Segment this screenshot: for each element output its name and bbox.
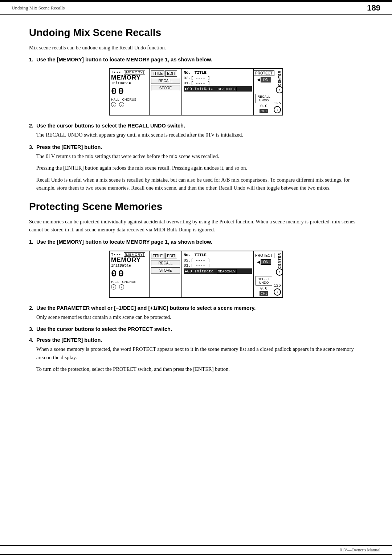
store-btn: STORE: [151, 85, 180, 91]
page-footer: 01V—Owner's Manual: [0, 545, 392, 555]
display2-mid-panel: TITLE EDIT RECALL STORE: [150, 251, 182, 297]
center-label-2: CENTER: [278, 253, 281, 268]
section2-title: Protecting Scene Memories: [29, 201, 363, 212]
center-label: CENTER: [278, 70, 281, 86]
display-header-row: No. TITLE: [184, 70, 252, 75]
chorus-knob-2: ⊖: [119, 284, 124, 289]
section1-title: Undoing Mix Scene Recalls: [29, 27, 363, 39]
display2-main-area: No. TITLE 02.[ ---- ] 01.[ ---- ] ▶00.In…: [182, 251, 253, 297]
lcd-display-2: T▪▪▪ [MEMORY] MEMORY InitData■ 00 HALL C…: [109, 251, 283, 298]
center-knob-bottom: ↓: [274, 106, 281, 113]
display-memory-label: MEMORY: [111, 74, 147, 81]
section1-intro: Mix scene recalls can be undone using th…: [29, 44, 363, 52]
display-hall-chorus: HALL CHORUS: [111, 98, 147, 101]
section2-step1-heading: 1. Use the [MEMORY] button to locate MEM…: [29, 239, 363, 245]
display-entry2: 01.[ ---- ]: [184, 81, 252, 85]
display2-entry2: 01.[ ---- ]: [184, 263, 252, 268]
on-box-2: ON: [261, 259, 271, 265]
section1-step3-body: The 01V returns to the mix settings that…: [36, 152, 363, 192]
lcd-display-1: T▪▪▪ [MEMORY] MEMORY InitData■ 00 HALL C…: [109, 68, 283, 116]
section2-step4-heading: 4. Press the [ENTER] button.: [29, 337, 363, 343]
display-num-125: 125: [274, 101, 281, 105]
section2-intro: Scene memories can be protected individu…: [29, 218, 363, 234]
protect-box-2: PROTECT: [253, 253, 274, 258]
section2-step2-body: Only scene memories that contain a mix s…: [36, 313, 363, 321]
display-entry1: 02.[ ---- ]: [184, 76, 252, 80]
ch1-label-2: CH1: [260, 291, 268, 296]
display2-initdata: InitData■: [111, 264, 147, 268]
section1-step2-body: The RECALL UNDO switch appears gray unti…: [36, 131, 363, 139]
title-btn: TITLE: [151, 70, 164, 77]
display-image-1: T▪▪▪ [MEMORY] MEMORY InitData■ 00 HALL C…: [29, 68, 363, 116]
center-knob-top-2: ↑: [276, 268, 283, 276]
display-left-panel: T▪▪▪ [MEMORY] MEMORY InitData■ 00 HALL C…: [110, 69, 150, 115]
recall-undo-box-2: RECALL UNDO: [256, 276, 272, 285]
display2-hall-chorus: HALL CHORUS: [111, 280, 147, 284]
display2-memory-label: MEMORY: [111, 257, 147, 263]
display-image-2: T▪▪▪ [MEMORY] MEMORY InitData■ 00 HALL C…: [29, 251, 363, 298]
recall-btn: RECALL: [151, 78, 180, 84]
display2-header-row: No. TITLE: [184, 253, 252, 257]
page-header: Undoing Mix Scene Recalls 189: [0, 1, 392, 15]
display-initdata: InitData■: [111, 81, 147, 85]
footer-text: 01V—Owner's Manual: [340, 547, 380, 553]
center-knob-bottom-2: ↓: [274, 288, 281, 296]
display-big-numbers: 00: [111, 87, 147, 96]
section2-step2-heading: 2. Use the PARAMETER wheel or [–1/DEC] a…: [29, 305, 363, 311]
display2-big-numbers: 00: [111, 269, 147, 279]
edit-btn-2: EDIT: [165, 253, 177, 259]
main-content: Undoing Mix Scene Recalls Mix scene reca…: [0, 15, 392, 399]
hall-knob-2: ⊖: [111, 284, 116, 289]
title-btn-2: TITLE: [151, 253, 164, 259]
hall-knob: ⊖: [111, 102, 116, 107]
protect-box: PROTECT: [253, 70, 274, 76]
recall-btn-2: RECALL: [151, 260, 180, 266]
display-right-panel: PROTECT ◀ ON CENTER ↑ RECALL UNDO: [253, 69, 282, 115]
section1-step3-heading: 3. Press the [ENTER] button.: [29, 144, 363, 150]
display-mid-panel: TITLE EDIT RECALL STORE: [150, 69, 182, 115]
display-num-00: 0.0: [260, 104, 268, 108]
header-page-number: 189: [367, 3, 380, 13]
ch1-label: CH1: [260, 109, 268, 113]
display2-entry1: 02.[ ---- ]: [184, 258, 252, 263]
section1-step1-heading: 1. Use the [MEMORY] button to locate MEM…: [29, 57, 363, 62]
section2-step3-heading: 3. Use the cursor buttons to select the …: [29, 326, 363, 332]
chorus-knob: ⊖: [119, 102, 124, 107]
edit-btn: EDIT: [165, 70, 177, 77]
section2-step4-body: When a scene memory is protected, the wo…: [36, 345, 363, 373]
on-box: ON: [261, 77, 271, 82]
display2-right-panel: PROTECT ◀ ON CENTER ↑ RECALL UNDO: [253, 251, 282, 297]
display2-num-00: 0.0: [260, 286, 268, 291]
header-title: Undoing Mix Scene Recalls: [12, 5, 65, 11]
section1-step2-heading: 2. Use the cursor buttons to select the …: [29, 123, 363, 129]
display2-left-panel: T▪▪▪ [MEMORY] MEMORY InitData■ 00 HALL C…: [110, 251, 150, 297]
recall-undo-box: RECALL UNDO: [256, 94, 272, 103]
display-main-area: No. TITLE 02.[ ---- ] 01.[ ---- ] ▶00.In…: [182, 69, 253, 115]
center-knob-top: ↑: [276, 86, 283, 93]
display2-entry3: ▶00.InitData READONLY: [184, 268, 252, 274]
display-entry3: ▶00.InitData READONLY: [184, 86, 252, 92]
store-btn-2: STORE: [151, 267, 180, 274]
display2-num-125: 125: [274, 283, 281, 288]
